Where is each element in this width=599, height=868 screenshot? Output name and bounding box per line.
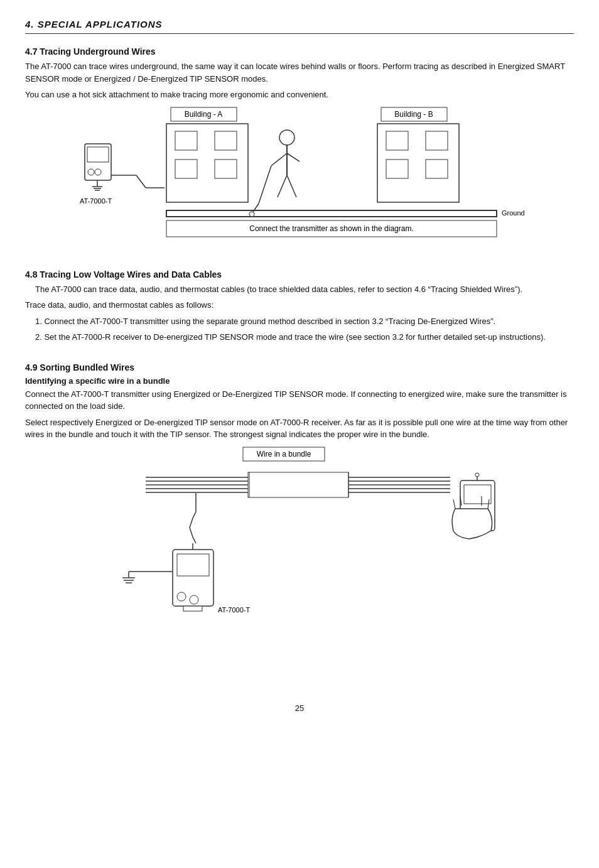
section-49: 4.9 Sorting Bundled Wires Identifying a …: [25, 362, 574, 685]
section-48-para1: The AT-7000 can trace data, audio, and t…: [35, 283, 574, 296]
section-48-item1: 1. Connect the AT-7000-T transmitter usi…: [35, 315, 574, 328]
section-49-para1: Connect the AT-7000-T transmitter using …: [25, 388, 574, 413]
section-48-para2: Trace data, audio, and thermostat cables…: [25, 299, 574, 312]
svg-text:Ground: Ground: [502, 209, 525, 217]
page-header: 4. SPECIAL APPLICATIONS: [25, 19, 574, 34]
svg-point-18: [88, 169, 94, 175]
svg-text:Building - A: Building - A: [185, 110, 223, 119]
svg-point-62: [190, 595, 198, 604]
svg-rect-13: [426, 160, 448, 178]
bundle-diagram: Wire in a bundle: [73, 446, 526, 685]
svg-text:AT-7000-T: AT-7000-T: [218, 606, 250, 614]
section-49-subtitle: Identifying a specific wire in a bundle: [25, 376, 574, 386]
svg-text:Building - B: Building - B: [394, 110, 433, 119]
section-48-item2: 2. Set the AT-7000-R receiver to De-ener…: [35, 331, 574, 344]
section-49-para2: Select respectively Energized or De-ener…: [25, 416, 574, 441]
svg-point-36: [249, 212, 254, 217]
section-49-title: 4.9 Sorting Bundled Wires: [25, 362, 574, 372]
svg-line-32: [278, 175, 287, 197]
svg-rect-7: [175, 160, 197, 178]
svg-point-77: [475, 473, 479, 477]
page-number: 25: [25, 703, 574, 713]
svg-line-30: [271, 153, 287, 166]
svg-line-34: [259, 166, 271, 203]
svg-line-31: [287, 153, 300, 161]
svg-line-78: [453, 499, 455, 509]
svg-rect-5: [175, 131, 197, 150]
svg-rect-14: [166, 210, 497, 217]
svg-rect-10: [386, 131, 408, 150]
svg-rect-46: [248, 472, 348, 497]
svg-text:AT-7000-T: AT-7000-T: [80, 197, 112, 205]
svg-line-33: [287, 175, 296, 197]
section-48: 4.8 Tracing Low Voltage Wires and Data C…: [25, 269, 574, 344]
section-47-para1: The AT-7000 can trace wires underground,…: [25, 60, 574, 85]
section-48-title: 4.8 Tracing Low Voltage Wires and Data C…: [25, 269, 574, 279]
section-47-para2: You can use a hot sick attachment to mak…: [25, 89, 574, 101]
underground-diagram: Building - A Building - B Ground: [73, 106, 526, 251]
svg-line-21: [136, 175, 146, 188]
svg-rect-73: [464, 485, 491, 504]
underground-svg: Building - A Building - B Ground: [73, 106, 526, 251]
section-47-title: 4.7 Tracing Underground Wires: [25, 46, 574, 57]
svg-text:Wire in a bundle: Wire in a bundle: [257, 450, 311, 458]
section-47: 4.7 Tracing Underground Wires The AT-700…: [25, 46, 574, 251]
svg-text:Connect the transmitter as sho: Connect the transmitter as shown in the …: [249, 224, 413, 233]
svg-rect-6: [215, 131, 237, 150]
svg-line-56: [190, 518, 193, 528]
svg-rect-60: [177, 554, 209, 576]
svg-point-19: [95, 169, 101, 175]
svg-line-57: [190, 528, 193, 537]
svg-rect-63: [183, 606, 202, 611]
svg-point-61: [177, 592, 186, 601]
svg-rect-17: [87, 147, 109, 162]
svg-point-28: [279, 130, 294, 145]
svg-rect-8: [215, 160, 237, 178]
svg-line-55: [193, 512, 196, 518]
svg-rect-11: [426, 131, 448, 150]
svg-line-58: [193, 537, 196, 543]
bundle-svg: Wire in a bundle: [73, 446, 526, 685]
svg-rect-12: [386, 160, 408, 178]
